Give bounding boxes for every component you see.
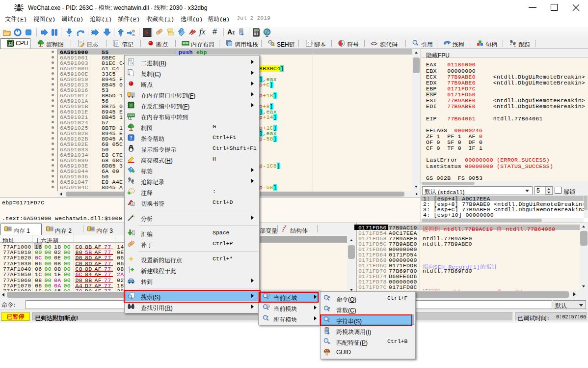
svg-text:a: a — [342, 41, 344, 46]
svg-text:10: 10 — [132, 233, 135, 236]
svg-text:n: n — [132, 202, 133, 205]
svg-text:S: S — [145, 29, 148, 36]
svg-text:#: # — [328, 306, 330, 311]
svg-text:{·}: {·} — [307, 42, 313, 46]
svg-text:>: > — [328, 295, 330, 299]
svg-text:<>: <> — [371, 40, 377, 47]
svg-text:01: 01 — [132, 230, 135, 233]
svg-text:*: * — [267, 315, 268, 319]
svg-text:10: 10 — [130, 62, 133, 65]
svg-text:?: ? — [130, 135, 132, 141]
svg-text:32: 32 — [8, 42, 12, 45]
